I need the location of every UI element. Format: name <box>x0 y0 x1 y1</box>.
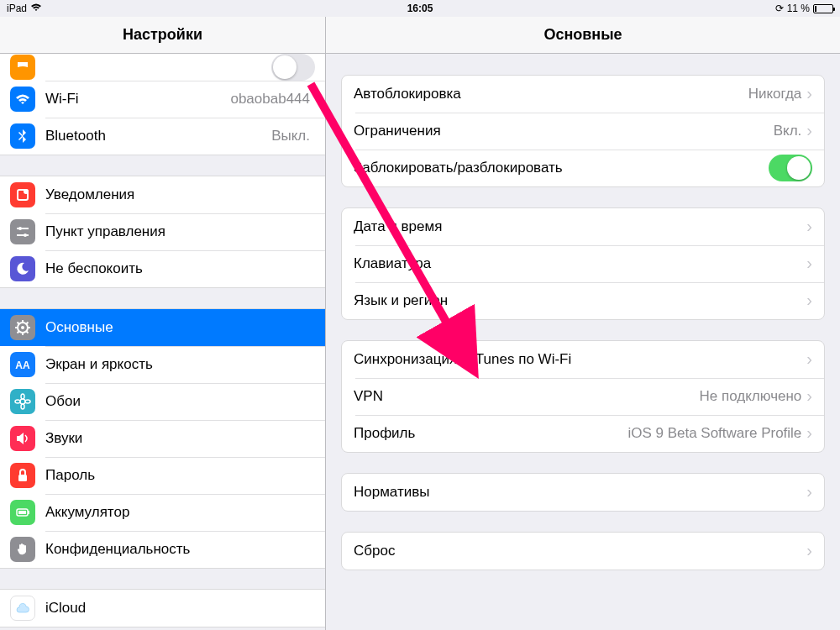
lock-icon <box>10 463 35 488</box>
sidebar-item-label: Bluetooth <box>45 128 271 144</box>
detail-row-label: Клавиатура <box>354 255 806 272</box>
detail-row-ограничения[interactable]: ОграниченияВкл.› <box>342 113 824 150</box>
battery-percentage: 11 % <box>787 3 810 14</box>
rotation-lock-icon: ⟳ <box>775 3 784 14</box>
sidebar-item-не-беспокоить[interactable]: Не беспокоить <box>0 250 325 287</box>
sidebar-item-уведомления[interactable]: Уведомления <box>0 176 325 213</box>
sidebar-item-пароль[interactable]: Пароль <box>0 457 325 494</box>
detail-row-заблокировать-разблокировать[interactable]: Заблокировать/разблокировать <box>342 150 824 186</box>
detail-row-label: VPN <box>354 388 700 405</box>
clock: 16:05 <box>407 3 433 14</box>
detail-row-сброс[interactable]: Сброс› <box>342 533 824 570</box>
svg-point-7 <box>21 326 24 329</box>
detail-row-язык-и-регион[interactable]: Язык и регион› <box>342 282 824 319</box>
svg-rect-22 <box>18 475 27 481</box>
sidebar-item-label: Уведомления <box>45 186 315 203</box>
svg-point-21 <box>25 400 30 403</box>
sidebar-item-wi-fi[interactable]: Wi-Fiobaobab444 <box>0 81 325 118</box>
sidebar-item-аккумулятор[interactable]: Аккумулятор <box>0 494 325 531</box>
chevron-right-icon: › <box>806 350 812 370</box>
svg-point-20 <box>15 400 20 403</box>
gear-icon <box>10 315 35 340</box>
chevron-right-icon: › <box>806 218 812 237</box>
chevron-right-icon: › <box>806 542 812 561</box>
detail-row-нормативы[interactable]: Нормативы› <box>342 474 824 511</box>
sidebar-item-label: Звуки <box>45 430 315 447</box>
chevron-right-icon: › <box>806 255 812 274</box>
svg-text:AA: AA <box>15 360 30 371</box>
detail-row-синхронизация-с-itunes-по-wi-fi[interactable]: Синхронизация с iTunes по Wi-Fi› <box>342 341 824 378</box>
sidebar-item-конфиденциальность[interactable]: Конфиденциальность <box>0 531 325 568</box>
detail-row-label: Язык и регион <box>354 292 806 309</box>
controls-icon <box>10 219 35 244</box>
detail-row-label: Ограничения <box>354 123 774 139</box>
svg-point-1 <box>24 189 29 194</box>
sidebar-item-bluetooth[interactable]: BluetoothВыкл. <box>0 118 325 155</box>
detail-row-value: Не подключено <box>700 388 802 405</box>
sidebar-item-основные[interactable]: Основные <box>0 309 325 346</box>
settings-sidebar: Настройки Wi-Fiobaobab444BluetoothВыкл.У… <box>0 17 326 630</box>
chevron-right-icon: › <box>806 122 812 141</box>
svg-line-12 <box>18 323 19 324</box>
detail-row-автоблокировка[interactable]: АвтоблокировкаНикогда› <box>342 76 824 113</box>
detail-row-label: Синхронизация с iTunes по Wi-Fi <box>354 351 806 368</box>
sidebar-item-звуки[interactable]: Звуки <box>0 420 325 457</box>
detail-row-профиль[interactable]: ПрофильiOS 9 Beta Software Profile› <box>342 415 824 452</box>
sidebar-item-label: Обои <box>45 393 315 410</box>
sidebar-item-label: Пароль <box>45 467 315 484</box>
toggle-switch[interactable] <box>271 54 315 81</box>
battery-icon <box>813 4 833 13</box>
moon-icon <box>10 256 35 281</box>
sidebar-item-toggle[interactable] <box>0 54 325 81</box>
aa-icon: AA <box>10 352 35 377</box>
svg-line-14 <box>18 332 19 333</box>
wifi-icon <box>10 87 35 112</box>
sidebar-item-label: Не беспокоить <box>45 260 315 277</box>
toggle-switch[interactable] <box>769 155 812 181</box>
detail-row-label: Нормативы <box>354 484 806 501</box>
chevron-right-icon: › <box>806 291 812 311</box>
sidebar-item-label: Аккумулятор <box>45 504 315 521</box>
svg-point-19 <box>21 404 24 409</box>
detail-row-клавиатура[interactable]: Клавиатура› <box>342 245 824 282</box>
sidebar-item-пункт-управления[interactable]: Пункт управления <box>0 213 325 250</box>
sidebar-item-label: Конфиденциальность <box>45 541 315 558</box>
sidebar-title: Настройки <box>0 17 325 54</box>
sidebar-item-обои[interactable]: Обои <box>0 383 325 420</box>
sidebar-item-value: obaobab444 <box>230 91 310 108</box>
chevron-right-icon: › <box>806 85 812 104</box>
sidebar-item-label: Пункт управления <box>45 223 315 240</box>
sidebar-item-экран-и-яркость[interactable]: AAЭкран и яркость <box>0 346 325 383</box>
svg-rect-25 <box>18 511 26 514</box>
svg-line-15 <box>27 323 29 324</box>
detail-row-дата-и-время[interactable]: Дата и время› <box>342 208 824 245</box>
detail-row-label: Профиль <box>354 425 627 442</box>
sidebar-item-label: Wi-Fi <box>45 91 230 108</box>
detail-row-value: Никогда <box>748 86 802 102</box>
detail-row-value: iOS 9 Beta Software Profile <box>627 425 801 442</box>
svg-point-17 <box>20 399 25 404</box>
svg-point-18 <box>21 394 24 399</box>
status-bar: iPad 16:05 ⟳ 11 % <box>0 0 840 17</box>
speaker-icon <box>10 426 35 451</box>
detail-title: Основные <box>326 17 840 54</box>
battery-icon <box>10 500 35 525</box>
wifi-status-icon <box>30 3 42 14</box>
detail-row-vpn[interactable]: VPNНе подключено› <box>342 378 824 415</box>
toggle-icon <box>10 55 35 80</box>
svg-rect-24 <box>29 511 30 514</box>
svg-line-13 <box>27 332 29 333</box>
sidebar-item-label: Экран и яркость <box>45 356 315 373</box>
chevron-right-icon: › <box>806 424 812 444</box>
detail-row-label: Заблокировать/разблокировать <box>354 160 769 176</box>
device-label: iPad <box>7 3 27 14</box>
flower-icon <box>10 389 35 414</box>
detail-row-label: Сброс <box>354 543 806 559</box>
sidebar-item-label: iCloud <box>45 600 315 617</box>
sidebar-item-label: Основные <box>45 319 315 336</box>
detail-pane: Основные АвтоблокировкаНикогда›Ограничен… <box>326 17 840 630</box>
detail-row-value: Вкл. <box>774 123 802 139</box>
chevron-right-icon: › <box>806 387 812 407</box>
chevron-right-icon: › <box>806 483 812 502</box>
sidebar-item-icloud[interactable]: iCloud <box>0 590 325 627</box>
